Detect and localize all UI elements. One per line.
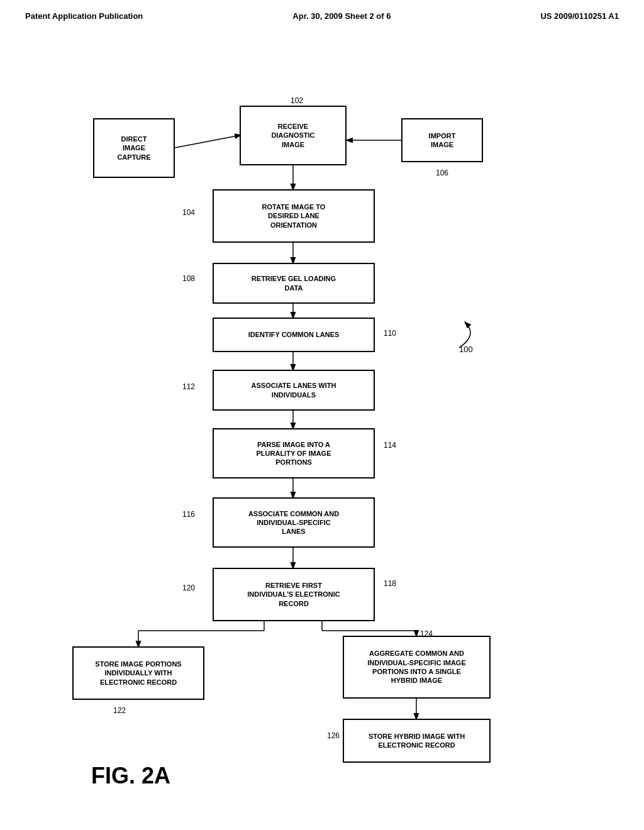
header-right: US 2009/0110251 A1 (540, 11, 619, 21)
ref-100: 100 (459, 345, 473, 354)
ref-110: 110 (384, 329, 396, 338)
box-identify: IDENTIFY COMMON LANES (213, 318, 375, 352)
ref-108: 108 (182, 274, 195, 283)
ref-104: 104 (182, 208, 195, 217)
box-store-portions: STORE IMAGE PORTIONSINDIVIDUALLY WITHELE… (72, 646, 204, 700)
header-left: Patent Application Publication (25, 11, 143, 21)
ref-126: 126 (327, 731, 340, 740)
box-parse: PARSE IMAGE INTO APLURALITY OF IMAGEPORT… (213, 428, 375, 479)
box-retrieve-gel: RETRIEVE GEL LOADINGDATA (213, 263, 375, 304)
box-aggregate: AGGREGATE COMMON ANDINDIVIDUAL-SPECIFIC … (343, 636, 491, 699)
box-associate-lanes: ASSOCIATE LANES WITHINDIVIDUALS (213, 370, 375, 411)
ref-106: 106 (436, 169, 448, 177)
ref-114: 114 (384, 441, 396, 450)
box-associate-common: ASSOCIATE COMMON ANDINDIVIDUAL-SPECIFICL… (213, 497, 375, 548)
svg-line-0 (175, 135, 240, 148)
ref-112: 112 (182, 382, 195, 391)
box-direct-image: DIRECTIMAGECAPTURE (93, 118, 175, 178)
box-store-hybrid: STORE HYBRID IMAGE WITHELECTRONIC RECORD (343, 719, 491, 763)
box-retrieve-first: RETRIEVE FIRSTINDIVIDUAL'S ELECTRONICREC… (213, 568, 375, 621)
diagram-area: DIRECTIMAGECAPTURERECEIVEDIAGNOSTICIMAGE… (0, 27, 644, 819)
fig-label: FIG. 2A (91, 763, 170, 789)
ref-124: 124 (420, 629, 433, 638)
header-center: Apr. 30, 2009 Sheet 2 of 6 (292, 11, 391, 21)
ref-102: 102 (291, 96, 303, 105)
ref-120: 120 (182, 584, 195, 592)
ref-122: 122 (113, 706, 126, 715)
ref-118: 118 (384, 579, 396, 588)
box-rotate: ROTATE IMAGE TODESIRED LANEORIENTATION (213, 189, 375, 243)
box-receive: RECEIVEDIAGNOSTICIMAGE (240, 106, 347, 165)
page-header: Patent Application Publication Apr. 30, … (0, 0, 644, 21)
box-import: IMPORTIMAGE (401, 118, 483, 162)
ref-116: 116 (182, 510, 195, 519)
